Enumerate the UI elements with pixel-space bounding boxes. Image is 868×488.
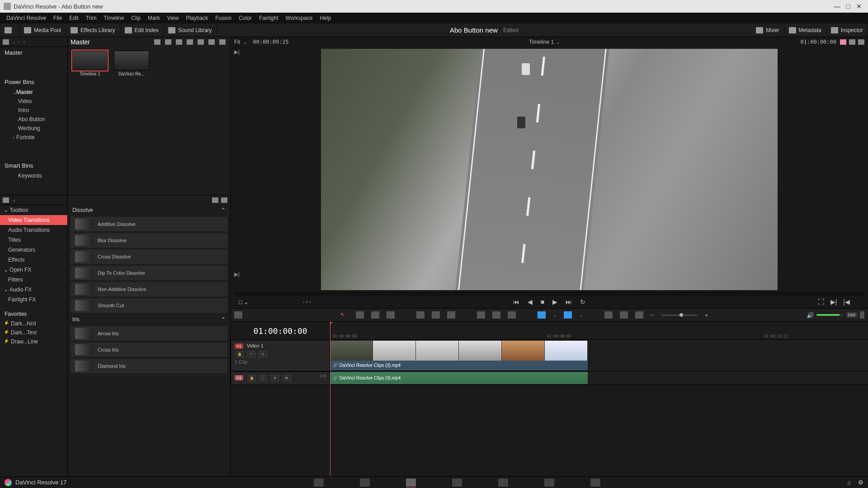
bin-list-icon[interactable] (3, 39, 9, 45)
speaker-icon[interactable]: 🔊 (807, 312, 814, 319)
bin-video[interactable]: Video (5, 97, 67, 106)
zoom-ctrl[interactable]: ‹ • › (303, 299, 311, 305)
video-clip[interactable]: DaVinci Resolve Clips (3).mp4 (330, 341, 588, 370)
fx-arrow-iris[interactable]: Arrow Iris (71, 326, 227, 341)
favorite-item[interactable]: Draw...Line (0, 337, 67, 346)
audio-track-header[interactable]: A1 🔒 □ S M 2.0 (231, 371, 330, 385)
fx-diamond-iris[interactable]: Diamond Iris (71, 359, 227, 373)
audio-mute-button[interactable]: M (283, 375, 291, 381)
search-icon[interactable] (187, 39, 193, 45)
razor-icon[interactable] (477, 311, 485, 319)
last-frame-icon[interactable]: |◀ (843, 298, 850, 305)
track-enable-button[interactable]: □ (247, 351, 255, 357)
inspector-toggle[interactable]: Inspector (826, 23, 868, 37)
track-lock-button[interactable]: 🔒 (236, 351, 244, 357)
menu-edit[interactable]: Edit (66, 15, 82, 21)
menu-help[interactable]: Help (316, 15, 335, 21)
toolbox-list-icon[interactable] (3, 197, 9, 203)
view-list-icon[interactable] (176, 39, 182, 45)
audio-track-tag[interactable]: A1 (235, 375, 243, 380)
view-thumbs-icon[interactable] (165, 39, 171, 45)
fx-cross-dissolve[interactable]: Cross Dissolve (71, 249, 227, 264)
lock-icon[interactable] (508, 311, 516, 319)
tool-effects[interactable]: Effects (0, 255, 67, 265)
media-pool-toggle[interactable]: Media Pool (19, 23, 66, 37)
bin-master[interactable]: ⌄Master (5, 88, 67, 97)
audiofx-header[interactable]: ⌄ Audio FX (0, 285, 67, 295)
media-item-clip[interactable]: DaVinci Re... (113, 51, 150, 76)
menu-fusion[interactable]: Fusion (212, 15, 235, 21)
menu-trim[interactable]: Trim (82, 15, 100, 21)
menu-mark[interactable]: Mark (144, 15, 164, 21)
bin-root[interactable]: Master (0, 47, 67, 58)
bin-nav-back[interactable]: ‹ (16, 38, 21, 45)
jump-next-icon[interactable]: ▶| (234, 271, 240, 277)
favorite-item[interactable]: Dark...Text (0, 328, 67, 337)
page-media[interactable] (314, 479, 324, 487)
blade-tool[interactable] (387, 311, 395, 319)
tool-generators[interactable]: Generators (0, 245, 67, 255)
source-tc[interactable]: 00:00:09:25 (253, 39, 288, 45)
dual-viewer-icon[interactable] (849, 39, 855, 45)
track-solo-button[interactable]: ◇ (259, 351, 267, 357)
audio-rec-button[interactable]: □ (259, 375, 267, 381)
snap-icon[interactable] (604, 311, 613, 319)
volume-slider[interactable] (816, 314, 844, 316)
edit-index-toggle[interactable]: Edit Index (120, 23, 164, 37)
filter-icon[interactable] (208, 39, 215, 45)
sort-icon[interactable] (198, 39, 204, 45)
fx-cross-iris[interactable]: Cross Iris (71, 343, 227, 357)
marker-icon[interactable] (564, 311, 572, 319)
play-button[interactable]: ▶ (552, 298, 557, 305)
media-item-timeline1[interactable]: Timeline 1 (71, 51, 108, 76)
bin-intro[interactable]: Intro (5, 106, 67, 115)
loop-button[interactable]: ↻ (580, 298, 585, 305)
menu-timeline[interactable]: Timeline (100, 15, 127, 21)
next-frame-button[interactable]: ⏭ (566, 298, 572, 305)
metadata-toggle[interactable]: Metadata (784, 23, 826, 37)
mixer-toggle[interactable]: Mixer (751, 23, 784, 37)
first-frame-button[interactable]: ⏮ (513, 298, 519, 305)
effects-library-toggle[interactable]: Effects Library (66, 23, 120, 37)
toolbox-header[interactable]: ⌄ Toolbox (0, 205, 67, 215)
dim-button[interactable]: DIM (846, 312, 858, 318)
view-stripes-icon[interactable] (154, 39, 160, 45)
page-cut[interactable] (360, 479, 370, 487)
timeline-view-options-icon[interactable] (234, 311, 242, 319)
linked-selection-icon[interactable] (620, 311, 628, 319)
video-track-tag[interactable]: V1 (235, 343, 243, 349)
record-tc[interactable]: 01:00:00:00 (801, 39, 836, 45)
fx-additive-dissolve[interactable]: Additive Dissolve (71, 217, 227, 231)
bin-nav-fwd[interactable]: › (21, 38, 27, 45)
match-frame-icon[interactable]: ▶| (234, 49, 240, 55)
close-button[interactable]: ✕ (854, 3, 864, 10)
menu-clip[interactable]: Clip (127, 15, 144, 21)
tool-filters[interactable]: Filters (0, 275, 67, 285)
link-icon[interactable] (492, 311, 500, 319)
position-lock-icon[interactable] (635, 311, 643, 319)
menu-file[interactable]: File (50, 15, 66, 21)
audio-clip[interactable]: DaVinci Resolve Clips (3).mp4 (330, 372, 588, 384)
fx-category-dissolve[interactable]: Dissolve⌃ (68, 205, 230, 215)
menu-color[interactable]: Color (235, 15, 255, 21)
overwrite-tool[interactable] (432, 311, 440, 319)
timeline-tc[interactable]: 01:00:00:00 (231, 322, 330, 340)
timeline-name[interactable]: Timeline 1 (529, 39, 554, 45)
page-fusion[interactable] (452, 479, 462, 487)
insert-tool[interactable] (416, 311, 425, 319)
prev-frame-button[interactable]: ◀ (528, 298, 533, 305)
minimize-button[interactable]: — (832, 3, 843, 10)
volume-control[interactable]: 🔊 DIM (807, 311, 865, 319)
menu-workspace[interactable]: Workspace (282, 15, 316, 21)
timeline-ruler[interactable]: 01:00:00:00 01:00:08:00 01:00:16:22 (330, 322, 868, 340)
stop-button[interactable]: ■ (541, 298, 544, 305)
flag-icon[interactable] (538, 311, 546, 319)
menu-playback[interactable]: Playback (182, 15, 212, 21)
zoom-slider[interactable] (661, 314, 698, 316)
video-track-1[interactable]: DaVinci Resolve Clips (3).mp4 (330, 340, 868, 371)
smartbin-keywords[interactable]: Keywords (5, 171, 67, 180)
more-icon[interactable] (858, 39, 864, 45)
meter-icon[interactable] (860, 311, 864, 319)
viewer-image[interactable] (321, 49, 778, 290)
audio-track-1[interactable]: DaVinci Resolve Clips (3).mp4 (330, 371, 868, 385)
